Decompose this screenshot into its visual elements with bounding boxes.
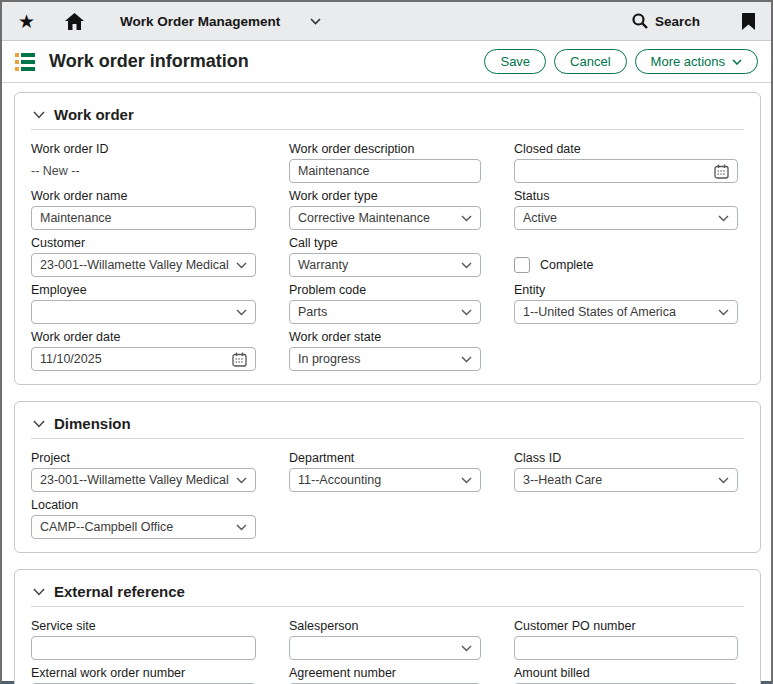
work-order-section: Work order Work order ID -- New -- Work … (14, 92, 761, 385)
bookmark-icon[interactable] (742, 13, 755, 30)
chevron-down-icon (236, 477, 247, 484)
empty-cell (514, 498, 738, 539)
service-site-field: Service site (31, 619, 256, 660)
dimension-grid: Project 23-001--Willamette Valley Medica… (31, 451, 744, 539)
work-order-grid: Work order ID -- New -- Work order descr… (31, 142, 744, 371)
call-type-select[interactable]: Warranty (289, 253, 481, 277)
agreement-number-field: Agreement number (289, 666, 481, 684)
employee-select[interactable] (31, 300, 256, 324)
external-reference-section: External reference Service site Salesper… (14, 569, 761, 684)
record-list-icon[interactable] (15, 53, 35, 71)
external-reference-grid: Service site Salesperson Customer PO num… (31, 619, 744, 684)
app-window: ★ Work Order Management Search Work orde… (0, 0, 773, 684)
section-title: External reference (54, 583, 185, 600)
cancel-button[interactable]: Cancel (554, 49, 626, 74)
customer-po-number-input[interactable] (514, 636, 738, 660)
chevron-down-icon (33, 588, 45, 596)
status-field: Status Active (514, 189, 738, 230)
chevron-down-icon (33, 111, 45, 119)
dimension-section-header[interactable]: Dimension (31, 411, 744, 439)
chevron-down-icon (718, 215, 729, 222)
section-title: Dimension (54, 415, 131, 432)
calendar-icon[interactable] (714, 164, 729, 179)
work-order-type-field: Work order type Corrective Maintenance (289, 189, 481, 230)
calendar-icon[interactable] (232, 352, 247, 367)
complete-checkbox-row[interactable]: Complete (514, 253, 594, 277)
work-order-date-field: Work order date 11/10/2025 (31, 330, 256, 371)
search-button[interactable]: Search (632, 13, 700, 29)
work-order-id-field: Work order ID -- New -- (31, 142, 256, 183)
chevron-down-icon (461, 309, 472, 316)
empty-cell (289, 498, 481, 539)
external-reference-section-header[interactable]: External reference (31, 579, 744, 607)
page-header: Work order information Save Cancel More … (2, 41, 771, 83)
complete-label: Complete (540, 258, 594, 272)
project-select[interactable]: 23-001--Willamette Valley Medical (31, 468, 256, 492)
class-id-select[interactable]: 3--Heath Care (514, 468, 738, 492)
chevron-down-icon[interactable] (310, 18, 321, 25)
chevron-down-icon (236, 262, 247, 269)
closed-date-field: Closed date (514, 142, 738, 183)
page-title: Work order information (49, 51, 249, 72)
problem-code-select[interactable]: Parts (289, 300, 481, 324)
service-site-input[interactable] (31, 636, 256, 660)
work-order-section-header[interactable]: Work order (31, 102, 744, 130)
chevron-down-icon (461, 262, 472, 269)
entity-select[interactable]: 1--United States of America (514, 300, 738, 324)
work-order-id-value: -- New -- (31, 159, 256, 183)
chevron-down-icon (718, 477, 729, 484)
work-order-name-field: Work order name Maintenance (31, 189, 256, 230)
complete-field: Complete (514, 236, 738, 277)
work-order-description-field: Work order description Maintenance (289, 142, 481, 183)
search-label: Search (655, 14, 700, 29)
problem-code-field: Problem code Parts (289, 283, 481, 324)
more-actions-button[interactable]: More actions (635, 49, 758, 74)
class-id-field: Class ID 3--Heath Care (514, 451, 738, 492)
closed-date-input[interactable] (514, 159, 738, 183)
project-field: Project 23-001--Willamette Valley Medica… (31, 451, 256, 492)
chevron-down-icon (732, 59, 742, 65)
section-title: Work order (54, 106, 134, 123)
customer-field: Customer 23-001--Willamette Valley Medic… (31, 236, 256, 277)
top-bar: ★ Work Order Management Search (2, 2, 771, 41)
complete-checkbox[interactable] (514, 257, 530, 273)
location-select[interactable]: CAMP--Campbell Office (31, 515, 256, 539)
department-select[interactable]: 11--Accounting (289, 468, 481, 492)
chevron-down-icon (33, 420, 45, 428)
call-type-field: Call type Warranty (289, 236, 481, 277)
work-order-name-input[interactable]: Maintenance (31, 206, 256, 230)
chevron-down-icon (461, 645, 472, 652)
salesperson-field: Salesperson (289, 619, 481, 660)
chevron-down-icon (461, 356, 472, 363)
amount-billed-field: Amount billed (514, 666, 738, 684)
chevron-down-icon (236, 524, 247, 531)
form-content: Work order Work order ID -- New -- Work … (2, 83, 771, 684)
search-icon (632, 13, 648, 29)
work-order-date-input[interactable]: 11/10/2025 (31, 347, 256, 371)
chevron-down-icon (718, 309, 729, 316)
chevron-down-icon (461, 215, 472, 222)
work-order-state-field: Work order state In progress (289, 330, 481, 371)
chevron-down-icon (461, 477, 472, 484)
department-field: Department 11--Accounting (289, 451, 481, 492)
work-order-description-input[interactable]: Maintenance (289, 159, 481, 183)
location-field: Location CAMP--Campbell Office (31, 498, 256, 539)
home-icon[interactable] (65, 13, 84, 30)
salesperson-select[interactable] (289, 636, 481, 660)
customer-po-number-field: Customer PO number (514, 619, 738, 660)
app-menu-title[interactable]: Work Order Management (120, 14, 280, 29)
empty-cell (514, 330, 738, 371)
work-order-type-select[interactable]: Corrective Maintenance (289, 206, 481, 230)
work-order-state-select[interactable]: In progress (289, 347, 481, 371)
customer-select[interactable]: 23-001--Willamette Valley Medical (31, 253, 256, 277)
status-select[interactable]: Active (514, 206, 738, 230)
entity-field: Entity 1--United States of America (514, 283, 738, 324)
external-work-order-number-field: External work order number (31, 666, 256, 684)
chevron-down-icon (236, 309, 247, 316)
favorite-star-icon[interactable]: ★ (18, 12, 35, 31)
dimension-section: Dimension Project 23-001--Willamette Val… (14, 401, 761, 553)
save-button[interactable]: Save (484, 49, 546, 74)
employee-field: Employee (31, 283, 256, 324)
